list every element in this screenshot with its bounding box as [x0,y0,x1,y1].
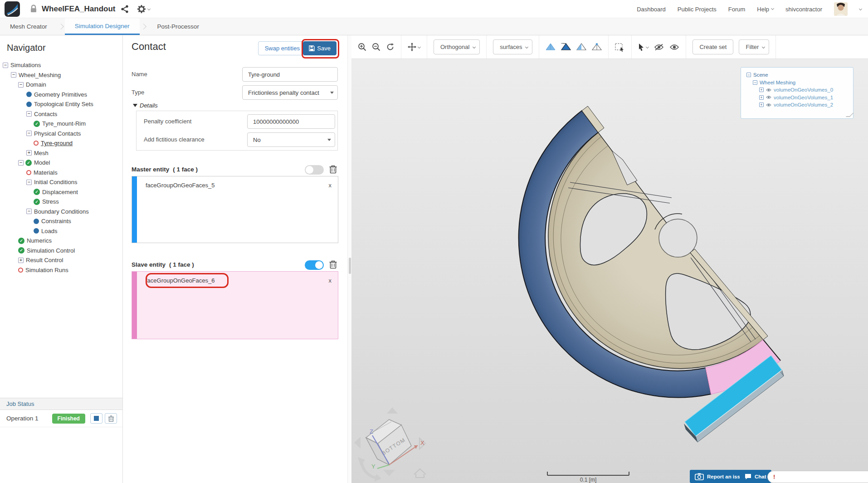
nav-public-projects[interactable]: Public Projects [678,6,717,13]
scene-tree-overlay[interactable]: − Scene − Wheel Meshing + volumeOnGeoVol… [741,67,853,119]
details-toggle[interactable]: Details [133,102,158,109]
collapse-icon[interactable]: − [18,160,24,166]
tree-item-boundary-conditions[interactable]: −Boundary Conditions [0,207,122,217]
slave-entity-item[interactable]: faceGroupOnGeoFaces_6 x [146,277,332,284]
scene-root[interactable]: − Scene [746,71,853,79]
tab-simulation-designer[interactable]: Simulation Designer [65,18,140,35]
penalty-coefficient-input[interactable] [247,114,335,129]
visibility-eye-icon[interactable] [766,103,771,107]
contact-name-input[interactable] [242,67,338,82]
contact-type-select[interactable]: Frictionless penalty contact [242,85,338,100]
clip-solid-dark-icon[interactable] [561,43,571,51]
zoom-in-icon[interactable] [358,43,366,51]
nav-help[interactable]: Help [757,6,774,13]
simscale-logo[interactable] [5,1,20,17]
clip-vertex-icon[interactable] [592,43,602,51]
scene-group[interactable]: − Wheel Meshing [746,79,853,87]
master-select-toggle[interactable] [305,165,324,175]
remove-slave-entity[interactable]: x [329,277,332,284]
tab-post-processor[interactable]: Post-Processor [147,18,209,35]
swap-entities-button[interactable]: Swap entities [258,41,307,55]
nav-username[interactable]: shivcontractor [785,6,822,13]
tree-item-materials[interactable]: Materials [0,168,122,178]
slave-select-toggle[interactable] [305,260,324,270]
zoom-out-icon[interactable] [372,43,380,51]
tree-item-mesh[interactable]: +Mesh [0,148,122,158]
tree-item-simulations[interactable]: −Simulations [0,60,122,70]
gear-icon[interactable] [137,5,146,13]
collapse-icon[interactable]: − [26,111,32,117]
tree-item-numerics[interactable]: ✓Numerics [0,236,122,246]
expand-icon[interactable]: + [759,102,764,107]
tree-item-wheel-meshing[interactable]: −Wheel_Meshing [0,70,122,80]
chat-button[interactable]: Chat [740,470,771,483]
tree-item-domain[interactable]: −Domain [0,80,122,90]
expand-icon[interactable]: + [26,150,32,156]
nav-dashboard[interactable]: Dashboard [637,6,666,13]
tree-item-simulation-runs[interactable]: Simulation Runs [0,265,122,275]
tree-item-loads[interactable]: Loads [0,226,122,236]
collapse-icon[interactable]: − [11,72,16,78]
delete-job-button[interactable] [105,413,117,424]
refresh-icon[interactable] [386,43,395,51]
scene-volume-2[interactable]: + volumeOnGeoVolumes_2 [746,101,853,109]
tree-item-result-control[interactable]: +Result Control [0,255,122,265]
pan-tool[interactable] [408,43,420,51]
gear-dropdown-chevron[interactable] [147,7,151,10]
expand-icon[interactable]: + [759,95,764,100]
clip-solid-light-icon[interactable] [546,43,556,51]
tree-item-geometry-primitives[interactable]: Geometry Primitives [0,90,122,100]
clip-half-icon[interactable] [576,43,586,51]
show-icon[interactable] [669,44,679,51]
remove-master-entity[interactable]: x [329,182,332,189]
tree-item-constraints[interactable]: Constraints [0,216,122,226]
fictitious-clearance-select[interactable]: No [247,132,335,147]
collapse-icon[interactable]: − [26,131,32,136]
render-mode-select[interactable]: surfaces [493,39,532,54]
render-canvas[interactable]: BOTTOM Z X Y 0.1 [m] − Scene [351,59,868,483]
create-set-button[interactable]: Create set [692,39,733,54]
share-icon[interactable] [121,5,129,13]
tree-item-tyre-ground[interactable]: Tyre-ground [0,138,122,148]
scrollbar-thumb[interactable] [349,258,351,274]
user-avatar[interactable] [834,2,848,16]
visibility-eye-icon[interactable] [766,88,771,92]
tree-item-displacement[interactable]: ✓Displacement [0,187,122,197]
select-mode-tool[interactable] [638,43,649,51]
collapse-icon[interactable]: − [26,209,32,214]
slave-entity-box[interactable]: faceGroupOnGeoFaces_6 x [132,271,338,339]
notification-pill[interactable]: ! [767,471,868,483]
stop-job-button[interactable] [90,413,102,424]
expand-icon[interactable]: + [759,88,764,92]
collapse-icon[interactable]: − [746,73,751,77]
master-entity-item[interactable]: faceGroupOnGeoFaces_5 x [146,182,332,189]
tree-item-stress[interactable]: ✓Stress [0,197,122,207]
master-clear-trash-icon[interactable] [329,165,337,174]
tree-item-physical-contacts[interactable]: −Physical Contacts [0,129,122,139]
collapse-icon[interactable]: − [26,180,32,185]
account-chevron[interactable] [859,7,862,10]
tree-item-contacts[interactable]: −Contacts [0,109,122,119]
box-select-icon[interactable] [615,43,625,52]
panel-scrollbar[interactable] [347,35,351,483]
tree-item-topological-entity-sets[interactable]: Topological Entity Sets [0,99,122,109]
collapse-icon[interactable]: − [18,82,24,88]
tree-item-model[interactable]: −✓Model [0,158,122,168]
filter-button[interactable]: Filter [739,39,769,54]
expand-icon[interactable]: + [18,258,24,263]
collapse-icon[interactable]: − [3,63,8,68]
slave-clear-trash-icon[interactable] [329,260,337,269]
collapse-icon[interactable]: − [753,80,757,85]
master-entity-box[interactable]: faceGroupOnGeoFaces_5 x [132,176,338,243]
scene-volume-1[interactable]: + volumeOnGeoVolumes_1 [746,94,853,102]
tree-item-initial-conditions[interactable]: −Initial Conditions [0,177,122,187]
tree-item-simulation-control[interactable]: ✓Simulation Control [0,246,122,256]
overlay-resize-handle[interactable] [846,113,854,117]
tree-item-tyre-mount-rim[interactable]: ✓Tyre_mount-Rim [0,119,122,129]
scene-volume-0[interactable]: + volumeOnGeoVolumes_0 [746,86,853,94]
hide-icon[interactable] [654,44,664,51]
projection-select[interactable]: Orthogonal [434,39,480,54]
tab-mesh-creator[interactable]: Mesh Creator [0,18,57,35]
save-button[interactable]: Save [303,41,336,55]
nav-forum[interactable]: Forum [728,6,746,13]
